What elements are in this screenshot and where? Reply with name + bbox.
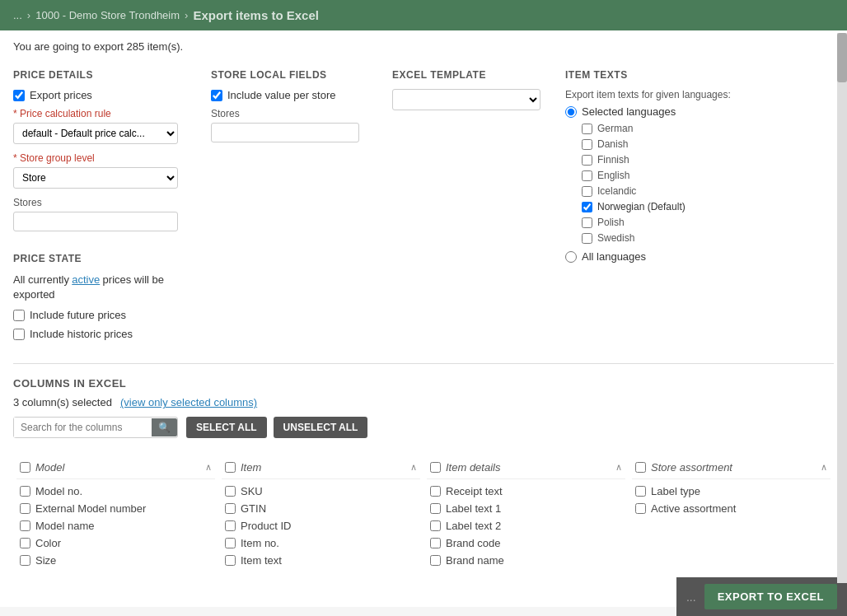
excel-template-select[interactable] xyxy=(392,89,540,110)
store-group-level-select[interactable]: Store xyxy=(13,167,178,189)
lang-checkbox-danish[interactable] xyxy=(582,139,592,150)
col-item-color: Color xyxy=(16,534,215,552)
col-item-label-type: Label type xyxy=(632,483,831,500)
item-texts-description: Export item texts for given languages: xyxy=(565,89,779,100)
col-checkbox-receipt-text[interactable] xyxy=(430,486,441,497)
col-checkbox-brand-name[interactable] xyxy=(430,555,441,566)
col-group-store-assortment-sort[interactable]: ∧ xyxy=(821,462,827,473)
col-label-brand-code: Brand code xyxy=(446,537,501,549)
breadcrumb-chevron-2: › xyxy=(185,9,188,21)
col-item-external-model: External Model number xyxy=(16,500,215,517)
include-future-checkbox[interactable] xyxy=(13,310,25,321)
all-languages-radio[interactable] xyxy=(565,251,577,263)
price-details-title: PRICE DETAILS xyxy=(13,69,178,81)
lang-row-german: German xyxy=(582,123,779,134)
lang-row-norwegian: Norwegian (Default) xyxy=(582,201,779,212)
col-group-item-sort[interactable]: ∧ xyxy=(410,462,417,473)
col-group-model-checkbox[interactable] xyxy=(20,462,30,473)
lang-row-finnish: Finnish xyxy=(582,154,779,166)
lang-checkbox-norwegian[interactable] xyxy=(582,202,592,212)
selected-languages-radio[interactable] xyxy=(565,106,577,118)
col-checkbox-model-no[interactable] xyxy=(20,486,30,497)
unselect-all-button[interactable]: UNSELECT ALL xyxy=(274,417,368,438)
section-divider xyxy=(13,363,834,364)
export-to-excel-button[interactable]: EXPORT TO EXCEL xyxy=(704,584,837,607)
col-checkbox-active-assortment[interactable] xyxy=(635,503,646,514)
lang-label-german: German xyxy=(597,123,633,134)
lang-checkbox-swedish[interactable] xyxy=(582,233,592,244)
col-item-active-assortment: Active assortment xyxy=(632,500,831,517)
col-group-store-assortment-checkbox[interactable] xyxy=(635,462,646,473)
select-all-button[interactable]: SELECT ALL xyxy=(186,417,267,438)
lang-checkbox-icelandic[interactable] xyxy=(582,186,592,197)
action-buttons: SELECT ALL UNSELECT ALL xyxy=(186,417,367,438)
col-checkbox-size[interactable] xyxy=(20,555,30,566)
stores-input-price[interactable] xyxy=(13,212,178,231)
export-prices-checkbox[interactable] xyxy=(13,90,25,101)
col-group-model-sort[interactable]: ∧ xyxy=(205,462,212,473)
col-item-sku: SKU xyxy=(222,483,420,500)
col-checkbox-label-text-2[interactable] xyxy=(430,520,441,531)
col-checkbox-item-no[interactable] xyxy=(225,538,236,548)
col-group-item-details-header: Item details ∧ xyxy=(427,456,625,479)
col-checkbox-brand-code[interactable] xyxy=(430,538,441,548)
col-label-item-no: Item no. xyxy=(241,537,279,549)
languages-list: German Danish Finnish English Icelandic xyxy=(565,123,779,244)
col-checkbox-label-text-1[interactable] xyxy=(430,503,441,514)
price-details-section: PRICE DETAILS Export prices * Price calc… xyxy=(13,69,194,347)
scrollbar[interactable] xyxy=(837,33,847,583)
col-checkbox-gtin[interactable] xyxy=(225,503,236,514)
include-value-checkbox[interactable] xyxy=(211,90,222,101)
price-state-section: PRICE STATE All currently active prices … xyxy=(13,253,178,340)
lang-checkbox-english[interactable] xyxy=(582,170,592,181)
price-state-link[interactable]: active xyxy=(72,273,100,286)
include-value-row: Include value per store xyxy=(211,89,359,101)
col-item-product-id: Product ID xyxy=(222,517,420,534)
lang-row-danish: Danish xyxy=(582,138,779,150)
col-group-item-checkbox[interactable] xyxy=(225,462,236,473)
breadcrumb-store[interactable]: 1000 - Demo Store Trondheim xyxy=(35,9,180,21)
col-checkbox-model-name[interactable] xyxy=(20,520,30,531)
price-calc-rule-select[interactable]: default - Default price calc... xyxy=(13,123,178,144)
include-historic-checkbox[interactable] xyxy=(13,329,25,340)
lang-label-swedish: Swedish xyxy=(597,232,634,244)
store-local-section: STORE LOCAL FIELDS Include value per sto… xyxy=(194,69,376,347)
col-item-gtin: GTIN xyxy=(222,500,420,517)
col-label-product-id: Product ID xyxy=(241,520,291,532)
include-value-label: Include value per store xyxy=(227,89,336,101)
col-group-item-details-sort[interactable]: ∧ xyxy=(615,462,622,473)
col-checkbox-product-id[interactable] xyxy=(225,520,236,531)
col-label-label-type: Label type xyxy=(651,485,700,497)
search-input[interactable] xyxy=(14,418,152,437)
include-historic-label: Include historic prices xyxy=(30,328,133,340)
lang-checkbox-german[interactable] xyxy=(582,124,592,134)
lang-label-finnish: Finnish xyxy=(597,154,629,166)
col-item-brand-name: Brand name xyxy=(427,552,625,569)
footer-dots: ... xyxy=(686,590,696,604)
search-bar: 🔍 xyxy=(13,417,178,438)
lang-checkbox-polish[interactable] xyxy=(582,217,592,228)
col-checkbox-external-model[interactable] xyxy=(20,503,30,514)
lang-checkbox-finnish[interactable] xyxy=(582,155,592,166)
col-label-brand-name: Brand name xyxy=(446,554,504,567)
stores-input-local[interactable] xyxy=(211,123,359,142)
stores-label-price: Stores xyxy=(13,197,178,208)
export-prices-label: Export prices xyxy=(30,89,92,101)
col-group-item-details-title: Item details xyxy=(446,461,611,474)
view-selected-link[interactable]: (view only selected columns) xyxy=(120,396,257,408)
col-checkbox-item-text[interactable] xyxy=(225,555,236,566)
col-label-receipt-text: Receipt text xyxy=(446,485,503,497)
col-checkbox-color[interactable] xyxy=(20,538,30,548)
search-button[interactable]: 🔍 xyxy=(152,418,177,436)
selected-count: 3 column(s) selected xyxy=(13,396,112,408)
include-historic-row: Include historic prices xyxy=(13,328,178,340)
col-label-model-no: Model no. xyxy=(35,485,82,497)
col-group-item-title: Item xyxy=(241,461,405,474)
columns-grid: Model ∧ Model no. External Model number … xyxy=(13,456,834,569)
col-checkbox-sku[interactable] xyxy=(225,486,236,497)
col-checkbox-label-type[interactable] xyxy=(635,486,646,497)
col-label-model-name: Model name xyxy=(35,520,95,532)
col-group-item-details-checkbox[interactable] xyxy=(430,462,441,473)
col-label-active-assortment: Active assortment xyxy=(651,502,736,515)
include-future-row: Include future prices xyxy=(13,309,178,321)
